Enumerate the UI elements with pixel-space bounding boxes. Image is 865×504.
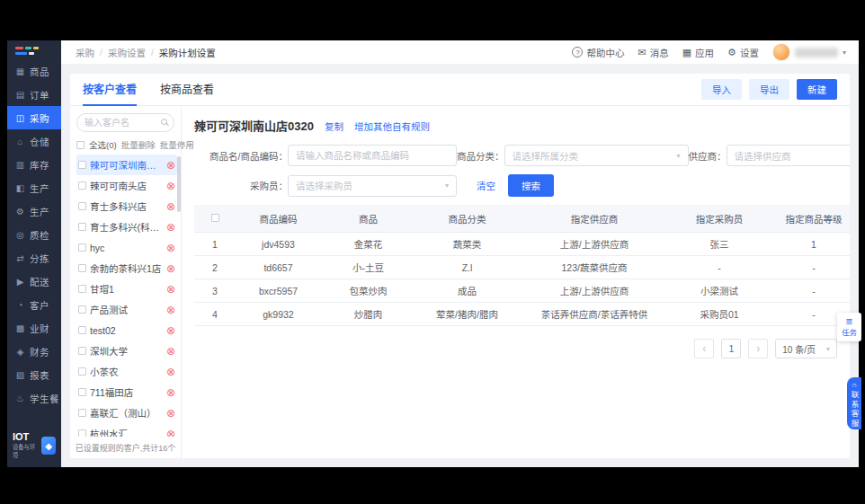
remove-customer-icon[interactable] <box>166 325 175 336</box>
main-area: 采购 / 采购设置 / 采购计划设置 ?帮助中心 ✉消息 ▦应用 ⚙设置 ▾ <box>61 40 859 467</box>
sidebar-item-goods[interactable]: ▦商品 <box>7 59 61 83</box>
customer-list-item[interactable]: 育士多科兴店 <box>76 196 177 217</box>
category-select[interactable]: 请选择所属分类 <box>504 145 689 166</box>
supplier-select[interactable]: 请选择供应商 <box>727 145 851 166</box>
sidebar-item-procurement[interactable]: ◫采购 <box>7 106 61 129</box>
settings-button[interactable]: ⚙设置 <box>727 46 759 59</box>
sidebar-item-studentmeal[interactable]: ♨学生餐 <box>7 386 61 410</box>
sidebar-item-delivery[interactable]: ▶配送 <box>7 270 61 293</box>
import-button[interactable]: 导入 <box>701 79 742 100</box>
sidebar-item-warehouse[interactable]: ⌂仓储 <box>7 129 61 153</box>
breadcrumb-item[interactable]: 采购 <box>76 46 94 59</box>
tab-by-customer[interactable]: 按客户查看 <box>83 74 137 106</box>
item-checkbox[interactable] <box>78 429 86 437</box>
customer-list-item[interactable]: 辣可可深圳南山店0320 <box>76 155 177 175</box>
studentmeal-icon: ♨ <box>15 393 25 403</box>
next-page-button[interactable]: › <box>748 339 768 358</box>
tab-by-product[interactable]: 按商品查看 <box>160 74 214 106</box>
remove-customer-icon[interactable] <box>166 305 175 315</box>
item-checkbox[interactable] <box>78 367 86 376</box>
select-all-rows-checkbox[interactable] <box>211 214 219 222</box>
item-checkbox[interactable] <box>78 264 86 272</box>
remove-customer-icon[interactable] <box>166 201 175 212</box>
iot-cube-icon[interactable] <box>41 437 56 455</box>
customer-list-item[interactable]: 嘉联汇（测山） <box>76 402 177 423</box>
sidebar-item-bizfinance[interactable]: ▩业财 <box>7 316 61 340</box>
sidebar-item-inventory[interactable]: ▥库存 <box>7 153 61 176</box>
sidebar-item-customers[interactable]: ◔客户 <box>7 293 61 316</box>
customer-list-item[interactable]: 甘瑁1 <box>76 279 177 299</box>
item-checkbox[interactable] <box>78 326 86 334</box>
apps-button[interactable]: ▦应用 <box>682 46 714 59</box>
page-number[interactable]: 1 <box>721 339 741 358</box>
remove-customer-icon[interactable] <box>166 346 175 357</box>
sidebar-item-reports[interactable]: ▧报表 <box>7 363 61 386</box>
col-supplier: 指定供应商 <box>519 205 670 233</box>
cell-supplier: 123/蔬菜供应商 <box>519 256 670 279</box>
remove-customer-icon[interactable] <box>166 387 175 398</box>
sidebar-item-production2[interactable]: ⚙生产 <box>7 199 61 223</box>
breadcrumb-item[interactable]: 采购设置 <box>108 46 146 59</box>
customer-search-input[interactable] <box>76 113 174 132</box>
cell-buyer: - <box>670 256 769 279</box>
sidebar-item-production1[interactable]: ◧生产 <box>7 176 61 199</box>
item-checkbox[interactable] <box>78 388 86 396</box>
create-button[interactable]: 新建 <box>797 79 837 100</box>
customer-list-item[interactable]: 小茶农 <box>76 361 177 382</box>
clear-filters-link[interactable]: 清空 <box>477 179 495 192</box>
add-other-rule-link[interactable]: 增加其他自有规则 <box>354 119 430 133</box>
customer-list-item[interactable]: 深圳大学 <box>76 340 177 361</box>
category-label: 商品分类： <box>457 149 504 163</box>
customer-list-item[interactable]: 育士多科兴(科学园2号1120 <box>76 217 177 237</box>
remove-customer-icon[interactable] <box>166 284 175 295</box>
item-checkbox[interactable] <box>78 243 86 252</box>
scrollbar-thumb[interactable] <box>177 156 181 212</box>
sidebar-item-orders[interactable]: ▤订单 <box>7 83 61 106</box>
customer-list-item[interactable]: 辣可可南头店 <box>76 175 177 196</box>
messages-button[interactable]: ✉消息 <box>638 46 668 59</box>
cell-buyer: 小梁测试 <box>670 279 769 303</box>
remove-customer-icon[interactable] <box>166 160 175 171</box>
product-name-input[interactable] <box>288 145 457 166</box>
buyer-select[interactable]: 请选择采购员 <box>288 175 457 197</box>
customer-list-item[interactable]: test02 <box>76 320 177 340</box>
customer-list-item[interactable]: 711福田店 <box>76 382 177 402</box>
item-checkbox[interactable] <box>78 202 86 210</box>
item-checkbox[interactable] <box>78 285 86 293</box>
procurement-icon: ◫ <box>15 113 25 123</box>
item-checkbox[interactable] <box>78 409 86 417</box>
help-center-button[interactable]: ?帮助中心 <box>572 46 624 59</box>
remove-customer-icon[interactable] <box>166 222 175 233</box>
customer-list-item[interactable]: 余勃的茶科兴1店 <box>76 258 177 279</box>
customer-list-item[interactable]: hyc <box>76 237 177 258</box>
search-button[interactable]: 搜索 <box>508 174 554 197</box>
copy-link[interactable]: 复制 <box>325 119 343 133</box>
remove-customer-icon[interactable] <box>166 243 175 253</box>
export-button[interactable]: 导出 <box>749 79 789 100</box>
remove-customer-icon[interactable] <box>166 181 175 191</box>
sidebar-item-finance[interactable]: ◈财务 <box>7 340 61 363</box>
user-menu[interactable]: ▾ <box>772 43 846 61</box>
tasks-widget[interactable]: ≣ 任务 <box>837 313 861 341</box>
search-icon <box>161 119 167 125</box>
item-checkbox[interactable] <box>78 305 86 314</box>
customer-list-item[interactable]: 产品测试 <box>76 299 177 320</box>
remove-customer-icon[interactable] <box>166 263 175 274</box>
customer-list-item[interactable]: 杭州水汇 <box>76 423 177 437</box>
select-all-label[interactable]: 全选(0) <box>89 138 117 151</box>
sidebar-item-quality[interactable]: ◎质检 <box>7 223 61 246</box>
item-checkbox[interactable] <box>78 181 86 190</box>
remove-customer-icon[interactable] <box>166 429 175 438</box>
page-size-select[interactable]: 10 条/页 <box>775 339 837 358</box>
remove-customer-icon[interactable] <box>166 367 175 377</box>
remove-customer-icon[interactable] <box>166 408 175 419</box>
item-checkbox[interactable] <box>78 347 86 355</box>
item-checkbox[interactable] <box>78 161 86 169</box>
item-checkbox[interactable] <box>78 223 86 231</box>
prev-page-button[interactable]: ‹ <box>694 339 714 358</box>
select-all-checkbox[interactable] <box>76 141 85 149</box>
app-logo <box>7 40 61 59</box>
batch-delete-link[interactable]: 批量删除 <box>121 138 156 151</box>
sidebar-item-sorting[interactable]: ⇄分拣 <box>7 246 61 270</box>
contact-support-button[interactable]: ∩ 联系客服 <box>847 377 861 429</box>
